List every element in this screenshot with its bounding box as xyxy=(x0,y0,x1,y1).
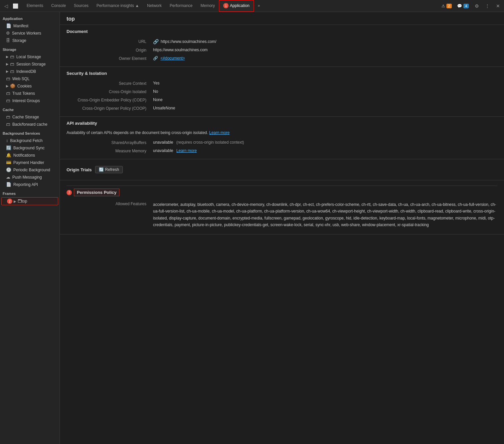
owner-element-label: Owner Element xyxy=(67,56,153,61)
sidebar-item-frames-top[interactable]: 2 ▶ 🗔 top xyxy=(1,197,58,205)
allowed-features-label: Allowed Features xyxy=(67,201,153,206)
tab-application[interactable]: 1 Application xyxy=(219,0,254,12)
tab-bar-right: ⚠ 2 💬 4 ⚙ ⋮ ✕ xyxy=(439,1,503,11)
sidebar-section-cache: Cache xyxy=(0,104,60,113)
sidebar-item-background-sync[interactable]: 🔄 Background Sync xyxy=(1,144,59,151)
device-mode-icon[interactable]: ⬜ xyxy=(11,1,20,11)
warn-badge-btn[interactable]: ⚠ 2 xyxy=(439,3,454,9)
back-icon[interactable]: ◁ xyxy=(1,1,11,11)
sidebar-item-session-storage-label: Session Storage xyxy=(16,62,46,67)
sidebar-item-back-forward-cache-label: Back/forward cache xyxy=(12,122,47,127)
more-options-icon[interactable]: ⋮ xyxy=(483,1,492,11)
owner-element-icon: 🔗 xyxy=(153,56,158,61)
info-badge-btn[interactable]: 💬 4 xyxy=(455,3,471,9)
origin-label: Origin xyxy=(67,48,153,53)
sidebar-item-service-workers[interactable]: ⚙ Service Workers xyxy=(1,30,59,37)
tab-sources[interactable]: Sources xyxy=(70,0,92,12)
sidebar-item-cache-storage[interactable]: 🗃 Cache Storage xyxy=(1,113,59,120)
url-icon: 🔗 xyxy=(153,39,159,44)
cross-origin-isolated-value: No xyxy=(153,89,497,94)
sidebar-item-cache-storage-label: Cache Storage xyxy=(12,115,39,119)
url-row: URL 🔗 https://www.soulmachines.com/ xyxy=(67,37,497,46)
sidebar-item-reporting-api[interactable]: 📄 Reporting API xyxy=(1,181,59,188)
expand-session-storage-icon: ▶ xyxy=(6,62,9,66)
sidebar-item-trust-tokens[interactable]: 🗃 Trust Tokens xyxy=(1,90,59,97)
api-availability-section: API availability Availability of certain… xyxy=(60,117,504,159)
sidebar-item-manifest[interactable]: 📄 Manifest xyxy=(1,22,59,29)
back-forward-cache-icon: 🗃 xyxy=(6,122,10,127)
sidebar-item-background-fetch[interactable]: ↕ Background Fetch xyxy=(1,137,59,144)
learn-more-link-2[interactable]: Learn more xyxy=(176,148,197,153)
origin-trials-title: Origin Trials xyxy=(67,167,92,172)
origin-value: https://www.soulmachines.com xyxy=(153,48,497,52)
sidebar-item-indexeddb[interactable]: ▶ 🗃 IndexedDB xyxy=(1,68,59,75)
tab-more[interactable]: » xyxy=(254,0,264,12)
document-section: Document URL 🔗 https://www.soulmachines.… xyxy=(60,25,504,67)
allowed-features-value: accelerometer, autoplay, bluetooth, came… xyxy=(153,201,497,228)
sidebar-item-payment-handler[interactable]: 💳 Payment Handler xyxy=(1,159,59,166)
sidebar-section-bg-services: Background Services xyxy=(0,128,60,137)
owner-element-link[interactable]: <#document> xyxy=(160,56,185,61)
secure-context-row: Secure Context Yes xyxy=(67,79,497,87)
tab-badge-1: 1 xyxy=(223,3,229,8)
cross-origin-isolated-row: Cross-Origin Isolated No xyxy=(67,87,497,96)
local-storage-icon: 🗃 xyxy=(10,54,14,59)
api-availability-title: API availability xyxy=(67,121,497,126)
coop-label: Cross-Origin Opener Policy (COOP) xyxy=(67,106,153,111)
tab-console[interactable]: Console xyxy=(47,0,70,12)
sidebar-item-notifications[interactable]: 🔔 Notifications xyxy=(1,152,59,159)
expand-local-storage-icon: ▶ xyxy=(6,55,9,59)
coep-label: Cross-Origin Embedder Policy (COEP) xyxy=(67,97,153,102)
web-sql-icon: 🗃 xyxy=(6,76,10,81)
origin-trials-row: Origin Trials 🔄 Refresh xyxy=(67,163,497,176)
sidebar-item-frames-top-label: top xyxy=(22,199,27,204)
sidebar-section-frames: Frames xyxy=(0,188,60,197)
sidebar-item-push-messaging[interactable]: ☁ Push Messaging xyxy=(1,174,59,181)
sidebar-item-cookies[interactable]: ▶ 🍪 Cookies xyxy=(1,82,59,89)
sidebar: Application 📄 Manifest ⚙ Service Workers… xyxy=(0,12,60,444)
payment-handler-icon: 💳 xyxy=(6,160,11,165)
sidebar-item-back-forward-cache[interactable]: 🗃 Back/forward cache xyxy=(1,121,59,128)
sidebar-item-session-storage[interactable]: ▶ 🗃 Session Storage xyxy=(1,61,59,68)
measure-memory-row: Measure Memory unavailable Learn more xyxy=(67,147,497,155)
expand-frames-icon: ▶ xyxy=(14,200,16,203)
secure-context-value: Yes xyxy=(153,81,497,85)
secure-context-label: Secure Context xyxy=(67,81,153,86)
tab-performance-insights[interactable]: Performance insights ▲ xyxy=(92,0,143,12)
cross-origin-isolated-label: Cross-Origin Isolated xyxy=(67,89,153,94)
learn-more-link-1[interactable]: Learn more xyxy=(209,130,230,135)
measure-memory-value: unavailable Learn more xyxy=(153,148,497,153)
sidebar-item-periodic-background[interactable]: 🕐 Periodic Background xyxy=(1,166,59,173)
shared-array-label: SharedArrayBuffers xyxy=(67,140,153,145)
sidebar-item-web-sql-label: Web SQL xyxy=(12,76,30,81)
warn-count: 2 xyxy=(446,4,452,8)
permissions-policy-section: 3 Permissions Policy Allowed Features ac… xyxy=(60,180,504,234)
coop-row: Cross-Origin Opener Policy (COOP) Unsafe… xyxy=(67,104,497,112)
owner-element-value: 🔗 <#document> xyxy=(153,56,497,61)
sidebar-item-web-sql[interactable]: 🗃 Web SQL xyxy=(1,75,59,82)
tab-network[interactable]: Network xyxy=(143,0,166,12)
coep-row: Cross-Origin Embedder Policy (COEP) None xyxy=(67,96,497,104)
tab-performance[interactable]: Performance xyxy=(166,0,197,12)
storage-icon: 🗄 xyxy=(6,38,10,43)
info-icon: 💬 xyxy=(457,4,462,8)
tab-memory[interactable]: Memory xyxy=(197,0,219,12)
page-title: top xyxy=(60,12,504,25)
sidebar-item-background-sync-label: Background Sync xyxy=(13,146,45,150)
close-icon[interactable]: ✕ xyxy=(493,1,503,11)
tab-elements[interactable]: Elements xyxy=(23,0,47,12)
refresh-button[interactable]: 🔄 Refresh xyxy=(95,166,123,173)
shared-array-row: SharedArrayBuffers unavailable (requires… xyxy=(67,138,497,147)
sidebar-item-local-storage[interactable]: ▶ 🗃 Local Storage xyxy=(1,53,59,60)
reporting-api-icon: 📄 xyxy=(6,182,11,187)
sidebar-item-interest-groups[interactable]: 🗃 Interest Groups xyxy=(1,97,59,104)
sidebar-item-reporting-api-label: Reporting API xyxy=(13,182,38,187)
sidebar-item-periodic-background-label: Periodic Background xyxy=(13,168,50,172)
sidebar-item-storage[interactable]: 🗄 Storage xyxy=(1,37,59,44)
sidebar-item-push-messaging-label: Push Messaging xyxy=(12,175,42,180)
sidebar-item-cookies-label: Cookies xyxy=(17,84,32,88)
frames-top-icon: 🗔 xyxy=(18,199,22,204)
settings-icon[interactable]: ⚙ xyxy=(472,1,481,11)
sidebar-item-storage-label: Storage xyxy=(12,38,26,43)
sidebar-item-local-storage-label: Local Storage xyxy=(16,55,41,59)
